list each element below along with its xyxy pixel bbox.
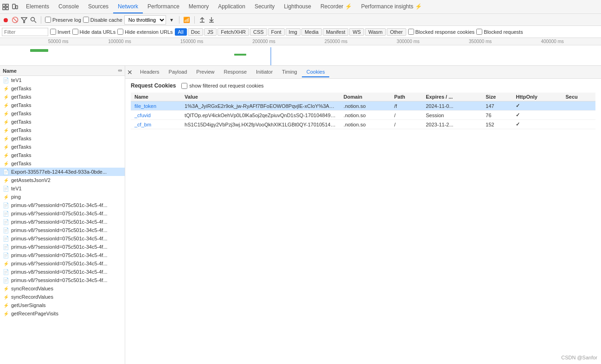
filter-tag-fetch-xhr[interactable]: Fetch/XHR: [217, 28, 249, 36]
network-list-item[interactable]: ⚡getAssetsJsonV2: [0, 176, 125, 184]
detail-tab-cookies[interactable]: Cookies: [302, 67, 330, 77]
network-list-item[interactable]: ⚡ping: [0, 193, 125, 201]
cookie-row[interactable]: file_token1%3A_JyiRGxE2r9ok_jw-RyAFf7BFo…: [131, 101, 595, 111]
filter-tag-all[interactable]: All: [175, 28, 187, 36]
throttle-select[interactable]: No throttling: [124, 15, 166, 25]
close-button[interactable]: ✕: [127, 69, 133, 75]
tab-security[interactable]: Security: [250, 0, 279, 13]
cookies-col-value[interactable]: Value: [181, 93, 340, 101]
detail-tab-payload[interactable]: Payload: [164, 67, 192, 77]
cookie-row[interactable]: _cf_bmhS1C15D4igy2VbPzj3wj.HX2fpVooQkhXI…: [131, 120, 595, 129]
filter-tag-media[interactable]: Media: [301, 28, 322, 36]
detail-tab-initiator[interactable]: Initiator: [251, 67, 277, 77]
filter-tag-js[interactable]: JS: [204, 28, 217, 36]
filter-tag-ws[interactable]: WS: [349, 28, 364, 36]
tab-perf-insights[interactable]: Performance insights ⚡: [357, 0, 427, 13]
doc-icon: 📄: [3, 202, 9, 208]
network-list-item[interactable]: 📄primus-v8/?sessionId=075c501c-34c5-4f..…: [0, 268, 125, 276]
hide-data-urls-checkbox[interactable]: Hide data URLs: [72, 29, 116, 35]
cookies-col-size[interactable]: Size: [482, 93, 512, 101]
network-list-item[interactable]: ⚡syncRecordValues: [0, 293, 125, 301]
inspect-icon[interactable]: [2, 3, 9, 11]
network-list-item[interactable]: 📄teV1: [0, 76, 125, 84]
network-list-item[interactable]: ⚡getRecentPageVisits: [0, 309, 125, 318]
detail-tab-timing[interactable]: Timing: [277, 67, 302, 77]
network-list-item[interactable]: ⚡getTasks: [0, 134, 125, 143]
show-filtered-checkbox[interactable]: show filtered out request cookies: [181, 83, 263, 89]
detail-tab-preview[interactable]: Preview: [192, 67, 219, 77]
throttle-arrow-icon[interactable]: ▾: [168, 16, 175, 24]
detail-tab-response[interactable]: Response: [219, 67, 251, 77]
tab-performance[interactable]: Performance: [143, 0, 184, 13]
blocked-cookies-checkbox[interactable]: Blocked response cookies: [408, 29, 475, 35]
network-list-item[interactable]: 📄primus-v8/?sessionId=075c501c-34c5-4f..…: [0, 209, 125, 218]
filter-tag-doc[interactable]: Doc: [188, 28, 204, 36]
network-list-item[interactable]: ⚡getTasks: [0, 143, 125, 151]
network-list-item[interactable]: 📄primus-v8/?sessionId=075c501c-34c5-4f..…: [0, 276, 125, 284]
filter-tag-other[interactable]: Other: [387, 28, 406, 36]
network-list-item[interactable]: ⚡getTasks: [0, 109, 125, 118]
disable-cache-input[interactable]: [83, 17, 89, 23]
network-list-item[interactable]: ⚡syncRecordValues: [0, 284, 125, 293]
blocked-requests-checkbox[interactable]: Blocked requests: [476, 29, 523, 35]
network-list-item[interactable]: 📄teV1: [0, 184, 125, 193]
filter-tag-css[interactable]: CSS: [250, 28, 267, 36]
network-list-item[interactable]: ⚡getTasks: [0, 84, 125, 93]
network-list-item[interactable]: 📄primus-v8/?sessionId=075c501c-34c5-4f..…: [0, 251, 125, 259]
network-list-item[interactable]: ⚡getTasks: [0, 101, 125, 109]
network-list-item[interactable]: ⚡getTasks: [0, 126, 125, 134]
filter-tag-wasm[interactable]: Wasm: [365, 28, 386, 36]
cookies-col-name[interactable]: Name: [131, 93, 181, 101]
network-list-item[interactable]: 📄primus-v8/?sessionId=075c501c-34c5-4f..…: [0, 201, 125, 209]
clear-icon[interactable]: 🚫: [11, 16, 19, 24]
network-list-item[interactable]: ⚡getTasks: [0, 159, 125, 168]
wifi-icon[interactable]: 📶: [183, 16, 191, 24]
item-name: getTasks: [11, 127, 31, 133]
network-list-item[interactable]: ⚡getTasks: [0, 118, 125, 126]
disable-cache-checkbox[interactable]: Disable cache: [83, 17, 122, 23]
tab-console[interactable]: Console: [54, 0, 83, 13]
preserve-log-input[interactable]: [45, 17, 51, 23]
network-list-item[interactable]: ⚡getTasks: [0, 151, 125, 159]
filter-tag-manifest[interactable]: Manifest: [323, 28, 349, 36]
cookie-row[interactable]: _cfuvidtQlTOp.epV4ickOehVp0L0lKa5oj2qeZp…: [131, 111, 595, 120]
cookie-cell: [562, 120, 595, 129]
tab-network[interactable]: Network: [113, 0, 143, 13]
network-list-item[interactable]: ⚡getUserSignals: [0, 301, 125, 309]
preserve-log-checkbox[interactable]: Preserve log: [45, 17, 81, 23]
tab-lighthouse[interactable]: Lighthouse: [279, 0, 316, 13]
network-list-item[interactable]: 📄primus-v8/?sessionId=075c501c-34c5-4f..…: [0, 218, 125, 226]
device-icon[interactable]: [11, 3, 19, 11]
timeline-bars: [0, 45, 601, 66]
filter-icon[interactable]: [20, 16, 28, 24]
cookies-col-expires------[interactable]: Expires / ...: [422, 93, 482, 101]
cookie-cell: 152: [482, 120, 512, 129]
tab-recorder[interactable]: Recorder ⚡: [316, 0, 357, 13]
download-icon[interactable]: [208, 16, 215, 24]
tab-memory[interactable]: Memory: [184, 0, 213, 13]
invert-checkbox[interactable]: Invert: [50, 29, 70, 35]
network-list-item[interactable]: 📄Export-335577eb-1244-43ed-933a-0bde...: [0, 168, 125, 176]
search-icon[interactable]: [30, 16, 37, 24]
filter-tag-font[interactable]: Font: [268, 28, 285, 36]
cookies-col-domain[interactable]: Domain: [340, 93, 390, 101]
detail-tab-headers[interactable]: Headers: [135, 67, 164, 77]
network-list-item[interactable]: ⚡primus-v8/?sessionId=075c501c-34c5-4f..…: [0, 259, 125, 268]
network-list-item[interactable]: 📄primus-v8/?sessionId=075c501c-34c5-4f..…: [0, 226, 125, 234]
filter-tag-img[interactable]: Img: [286, 28, 300, 36]
tab-sources[interactable]: Sources: [83, 0, 113, 13]
tab-application[interactable]: Application: [213, 0, 250, 13]
tab-elements[interactable]: Elements: [21, 0, 54, 13]
hide-extension-checkbox[interactable]: Hide extension URLs: [117, 29, 173, 35]
resize-handle[interactable]: ⇔: [118, 68, 122, 74]
network-list-item[interactable]: ⚡getTasks: [0, 93, 125, 101]
stop-recording-icon[interactable]: ⏺: [2, 16, 9, 24]
network-list-item[interactable]: 📄primus-v8/?sessionId=075c501c-34c5-4f..…: [0, 243, 125, 251]
watermark: CSDN @Sanfor: [561, 355, 597, 360]
network-list-item[interactable]: 📄primus-v8/?sessionId=075c501c-34c5-4f..…: [0, 234, 125, 243]
cookies-col-httponly[interactable]: HttpOnly: [512, 93, 562, 101]
filter-input[interactable]: [2, 28, 48, 36]
cookies-col-secu[interactable]: Secu: [562, 93, 595, 101]
upload-icon[interactable]: [198, 16, 206, 24]
cookies-col-path[interactable]: Path: [390, 93, 422, 101]
